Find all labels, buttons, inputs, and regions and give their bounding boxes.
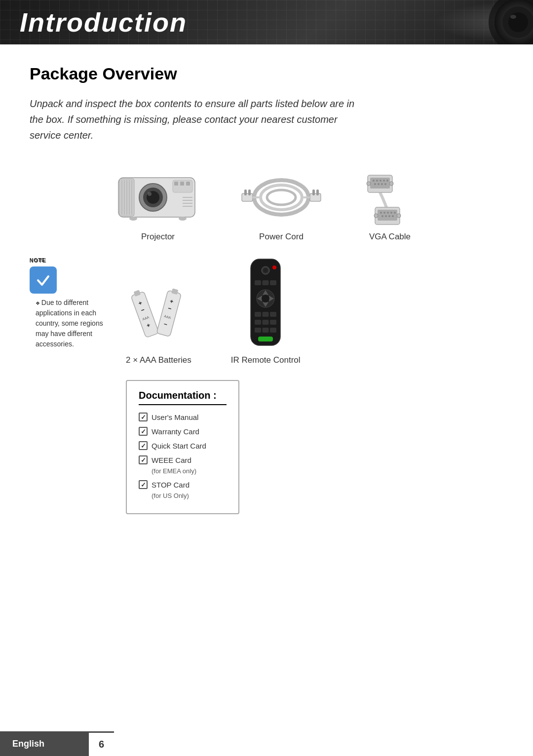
svg-point-39 — [373, 180, 375, 182]
svg-point-41 — [380, 180, 381, 182]
svg-point-60 — [392, 215, 394, 217]
svg-point-54 — [387, 212, 389, 214]
svg-rect-35 — [312, 189, 315, 195]
svg-point-90 — [262, 295, 269, 302]
remote-icon — [241, 257, 290, 350]
footer-page-number: 6 — [89, 731, 114, 756]
documentation-box: Documentation : User's Manual Warranty C… — [126, 380, 239, 514]
page-title: Introduction — [20, 7, 187, 38]
svg-point-4 — [510, 15, 516, 19]
svg-rect-33 — [310, 193, 321, 201]
projector-icon — [109, 163, 207, 227]
svg-rect-99 — [270, 328, 276, 333]
product-remote: IR Remote Control — [231, 257, 301, 365]
note-text: Due to different applications in each co… — [30, 298, 116, 349]
doc-item-weee: WEEE Card (for EMEA only) — [139, 455, 227, 476]
svg-point-45 — [378, 183, 380, 185]
doc-item-label-warranty: Warranty Card — [152, 426, 199, 437]
svg-point-15 — [148, 192, 152, 196]
checkbox-warranty — [139, 427, 148, 436]
note-box: NOTE Due to different applications in ea… — [30, 266, 116, 349]
footer: English 6 — [0, 731, 533, 756]
svg-rect-38 — [370, 178, 390, 189]
checkmark-icon — [35, 271, 52, 289]
svg-point-61 — [374, 214, 378, 218]
svg-rect-94 — [255, 320, 261, 325]
vga-label: VGA Cable — [369, 232, 411, 242]
svg-point-47 — [384, 183, 386, 185]
svg-rect-92 — [263, 312, 269, 317]
documentation-title: Documentation : — [139, 390, 227, 405]
svg-rect-31 — [248, 189, 251, 195]
svg-point-49 — [389, 182, 393, 186]
svg-rect-97 — [255, 328, 261, 333]
product-batteries: AAA AAA 2 × AAA Batteri — [126, 281, 191, 365]
product-projector: Projector — [109, 163, 207, 242]
svg-point-53 — [383, 212, 385, 214]
batteries-label: 2 × AAA Batteries — [126, 355, 191, 365]
products-row-2: AAA AAA 2 × AAA Batteri — [126, 257, 301, 365]
svg-rect-19 — [186, 182, 190, 186]
svg-rect-17 — [174, 182, 178, 186]
svg-rect-18 — [180, 182, 184, 186]
svg-point-56 — [394, 212, 396, 214]
checkbox-stop — [139, 480, 148, 489]
doc-item-stop: STOP Card (for US Only) — [139, 480, 227, 500]
svg-point-25 — [179, 217, 187, 221]
svg-rect-71 — [157, 290, 182, 337]
svg-rect-100 — [258, 337, 273, 341]
svg-point-59 — [388, 215, 390, 217]
documentation-section: Documentation : User's Manual Warranty C… — [126, 380, 503, 514]
batteries-icon: AAA AAA — [129, 281, 188, 350]
powercord-icon — [237, 168, 326, 227]
svg-rect-30 — [244, 189, 247, 195]
second-row: NOTE Due to different applications in ea… — [30, 257, 503, 365]
svg-rect-95 — [263, 320, 269, 325]
svg-rect-63 — [131, 291, 159, 338]
svg-rect-98 — [263, 328, 269, 333]
note-icon — [30, 266, 57, 294]
products-row-1: Projector Power Cord — [30, 163, 503, 242]
doc-item-quickstart: Quick Start Card — [139, 441, 227, 451]
svg-point-48 — [367, 182, 371, 186]
svg-point-24 — [129, 217, 137, 221]
svg-rect-83 — [263, 280, 269, 285]
main-content: Package Overview Unpack and inspect the … — [0, 44, 533, 544]
svg-point-57 — [381, 215, 383, 217]
svg-point-52 — [380, 212, 382, 214]
svg-point-55 — [390, 212, 392, 214]
svg-point-46 — [381, 183, 383, 185]
doc-item-label-quickstart: Quick Start Card — [152, 441, 206, 451]
doc-item-label-users-manual: User's Manual — [152, 412, 198, 422]
svg-rect-29 — [242, 193, 253, 201]
doc-item-warranty: Warranty Card — [139, 426, 227, 437]
svg-rect-51 — [378, 210, 397, 221]
svg-point-3 — [508, 12, 528, 32]
page-subtitle: Package Overview — [30, 64, 503, 83]
doc-item-label-stop: STOP Card (for US Only) — [152, 480, 190, 500]
vga-icon — [355, 168, 424, 227]
svg-point-40 — [376, 180, 378, 182]
svg-point-58 — [385, 215, 387, 217]
svg-point-80 — [263, 268, 268, 273]
svg-point-62 — [397, 214, 401, 218]
svg-point-43 — [386, 180, 388, 182]
checkbox-users-manual — [139, 413, 148, 421]
svg-rect-96 — [270, 320, 276, 325]
footer-language: English — [0, 731, 89, 756]
checkbox-quickstart — [139, 441, 148, 450]
doc-item-label-weee: WEEE Card (for EMEA only) — [152, 455, 196, 476]
svg-point-42 — [383, 180, 385, 182]
svg-rect-36 — [316, 189, 319, 195]
svg-rect-91 — [255, 312, 261, 317]
powercord-label: Power Cord — [259, 232, 304, 242]
svg-rect-84 — [270, 280, 276, 285]
svg-rect-93 — [270, 312, 276, 317]
projector-label: Projector — [141, 232, 175, 242]
svg-point-81 — [272, 265, 276, 269]
page-header: Introduction — [0, 0, 533, 44]
lens-decoration-icon — [474, 0, 533, 44]
svg-point-28 — [267, 190, 296, 205]
svg-rect-82 — [255, 280, 261, 285]
checkbox-weee — [139, 455, 148, 464]
